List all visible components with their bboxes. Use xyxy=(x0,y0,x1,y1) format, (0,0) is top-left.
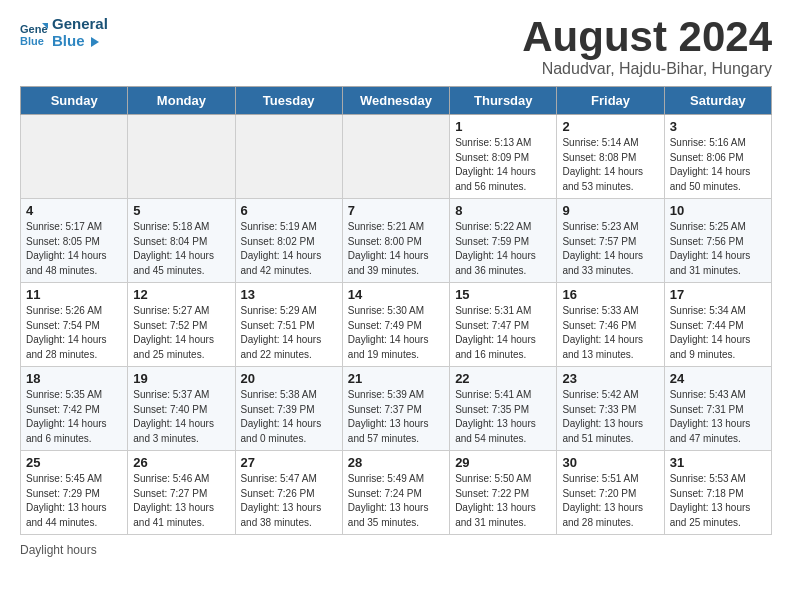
day-info: Sunrise: 5:42 AM Sunset: 7:33 PM Dayligh… xyxy=(562,388,658,446)
table-row: 10Sunrise: 5:25 AM Sunset: 7:56 PM Dayli… xyxy=(664,199,771,283)
day-info: Sunrise: 5:41 AM Sunset: 7:35 PM Dayligh… xyxy=(455,388,551,446)
day-number: 26 xyxy=(133,455,229,470)
table-row: 30Sunrise: 5:51 AM Sunset: 7:20 PM Dayli… xyxy=(557,451,664,535)
day-info: Sunrise: 5:43 AM Sunset: 7:31 PM Dayligh… xyxy=(670,388,766,446)
calendar-week-row: 4Sunrise: 5:17 AM Sunset: 8:05 PM Daylig… xyxy=(21,199,772,283)
day-info: Sunrise: 5:53 AM Sunset: 7:18 PM Dayligh… xyxy=(670,472,766,530)
day-info: Sunrise: 5:38 AM Sunset: 7:39 PM Dayligh… xyxy=(241,388,337,446)
month-title: August 2024 xyxy=(522,16,772,58)
day-number: 24 xyxy=(670,371,766,386)
day-number: 6 xyxy=(241,203,337,218)
day-number: 17 xyxy=(670,287,766,302)
calendar-week-row: 25Sunrise: 5:45 AM Sunset: 7:29 PM Dayli… xyxy=(21,451,772,535)
table-row: 27Sunrise: 5:47 AM Sunset: 7:26 PM Dayli… xyxy=(235,451,342,535)
day-number: 22 xyxy=(455,371,551,386)
day-number: 28 xyxy=(348,455,444,470)
day-info: Sunrise: 5:45 AM Sunset: 7:29 PM Dayligh… xyxy=(26,472,122,530)
table-row: 26Sunrise: 5:46 AM Sunset: 7:27 PM Dayli… xyxy=(128,451,235,535)
table-row xyxy=(235,115,342,199)
day-number: 3 xyxy=(670,119,766,134)
day-info: Sunrise: 5:50 AM Sunset: 7:22 PM Dayligh… xyxy=(455,472,551,530)
day-info: Sunrise: 5:37 AM Sunset: 7:40 PM Dayligh… xyxy=(133,388,229,446)
table-row: 22Sunrise: 5:41 AM Sunset: 7:35 PM Dayli… xyxy=(450,367,557,451)
day-info: Sunrise: 5:26 AM Sunset: 7:54 PM Dayligh… xyxy=(26,304,122,362)
table-row: 24Sunrise: 5:43 AM Sunset: 7:31 PM Dayli… xyxy=(664,367,771,451)
col-monday: Monday xyxy=(128,87,235,115)
day-info: Sunrise: 5:39 AM Sunset: 7:37 PM Dayligh… xyxy=(348,388,444,446)
table-row: 13Sunrise: 5:29 AM Sunset: 7:51 PM Dayli… xyxy=(235,283,342,367)
table-row: 31Sunrise: 5:53 AM Sunset: 7:18 PM Dayli… xyxy=(664,451,771,535)
table-row xyxy=(128,115,235,199)
logo-icon: General Blue xyxy=(20,19,48,47)
table-row: 18Sunrise: 5:35 AM Sunset: 7:42 PM Dayli… xyxy=(21,367,128,451)
day-info: Sunrise: 5:19 AM Sunset: 8:02 PM Dayligh… xyxy=(241,220,337,278)
table-row: 8Sunrise: 5:22 AM Sunset: 7:59 PM Daylig… xyxy=(450,199,557,283)
table-row: 3Sunrise: 5:16 AM Sunset: 8:06 PM Daylig… xyxy=(664,115,771,199)
calendar-week-row: 1Sunrise: 5:13 AM Sunset: 8:09 PM Daylig… xyxy=(21,115,772,199)
day-info: Sunrise: 5:14 AM Sunset: 8:08 PM Dayligh… xyxy=(562,136,658,194)
day-info: Sunrise: 5:47 AM Sunset: 7:26 PM Dayligh… xyxy=(241,472,337,530)
table-row: 16Sunrise: 5:33 AM Sunset: 7:46 PM Dayli… xyxy=(557,283,664,367)
table-row: 5Sunrise: 5:18 AM Sunset: 8:04 PM Daylig… xyxy=(128,199,235,283)
day-number: 5 xyxy=(133,203,229,218)
page: General Blue General Blue August 2024 Na… xyxy=(0,0,792,577)
day-info: Sunrise: 5:17 AM Sunset: 8:05 PM Dayligh… xyxy=(26,220,122,278)
table-row: 15Sunrise: 5:31 AM Sunset: 7:47 PM Dayli… xyxy=(450,283,557,367)
table-row: 1Sunrise: 5:13 AM Sunset: 8:09 PM Daylig… xyxy=(450,115,557,199)
day-number: 2 xyxy=(562,119,658,134)
day-info: Sunrise: 5:29 AM Sunset: 7:51 PM Dayligh… xyxy=(241,304,337,362)
table-row: 11Sunrise: 5:26 AM Sunset: 7:54 PM Dayli… xyxy=(21,283,128,367)
table-row xyxy=(21,115,128,199)
day-number: 10 xyxy=(670,203,766,218)
day-info: Sunrise: 5:18 AM Sunset: 8:04 PM Dayligh… xyxy=(133,220,229,278)
col-friday: Friday xyxy=(557,87,664,115)
day-info: Sunrise: 5:33 AM Sunset: 7:46 PM Dayligh… xyxy=(562,304,658,362)
header: General Blue General Blue August 2024 Na… xyxy=(20,16,772,78)
table-row: 20Sunrise: 5:38 AM Sunset: 7:39 PM Dayli… xyxy=(235,367,342,451)
day-number: 16 xyxy=(562,287,658,302)
table-row: 12Sunrise: 5:27 AM Sunset: 7:52 PM Dayli… xyxy=(128,283,235,367)
day-number: 14 xyxy=(348,287,444,302)
day-info: Sunrise: 5:23 AM Sunset: 7:57 PM Dayligh… xyxy=(562,220,658,278)
day-number: 12 xyxy=(133,287,229,302)
day-number: 25 xyxy=(26,455,122,470)
day-info: Sunrise: 5:51 AM Sunset: 7:20 PM Dayligh… xyxy=(562,472,658,530)
day-info: Sunrise: 5:35 AM Sunset: 7:42 PM Dayligh… xyxy=(26,388,122,446)
day-info: Sunrise: 5:21 AM Sunset: 8:00 PM Dayligh… xyxy=(348,220,444,278)
table-row: 4Sunrise: 5:17 AM Sunset: 8:05 PM Daylig… xyxy=(21,199,128,283)
svg-text:Blue: Blue xyxy=(20,35,44,47)
table-row: 17Sunrise: 5:34 AM Sunset: 7:44 PM Dayli… xyxy=(664,283,771,367)
day-number: 20 xyxy=(241,371,337,386)
table-row: 7Sunrise: 5:21 AM Sunset: 8:00 PM Daylig… xyxy=(342,199,449,283)
day-number: 15 xyxy=(455,287,551,302)
day-info: Sunrise: 5:25 AM Sunset: 7:56 PM Dayligh… xyxy=(670,220,766,278)
col-saturday: Saturday xyxy=(664,87,771,115)
day-number: 27 xyxy=(241,455,337,470)
table-row: 9Sunrise: 5:23 AM Sunset: 7:57 PM Daylig… xyxy=(557,199,664,283)
day-info: Sunrise: 5:30 AM Sunset: 7:49 PM Dayligh… xyxy=(348,304,444,362)
footer-note: Daylight hours xyxy=(20,543,772,557)
table-row: 25Sunrise: 5:45 AM Sunset: 7:29 PM Dayli… xyxy=(21,451,128,535)
day-info: Sunrise: 5:16 AM Sunset: 8:06 PM Dayligh… xyxy=(670,136,766,194)
col-thursday: Thursday xyxy=(450,87,557,115)
day-number: 7 xyxy=(348,203,444,218)
logo-text: General Blue xyxy=(52,16,108,49)
calendar-table: Sunday Monday Tuesday Wednesday Thursday… xyxy=(20,86,772,535)
day-number: 31 xyxy=(670,455,766,470)
title-block: August 2024 Nadudvar, Hajdu-Bihar, Hunga… xyxy=(522,16,772,78)
table-row: 28Sunrise: 5:49 AM Sunset: 7:24 PM Dayli… xyxy=(342,451,449,535)
day-number: 19 xyxy=(133,371,229,386)
col-tuesday: Tuesday xyxy=(235,87,342,115)
logo: General Blue General Blue xyxy=(20,16,108,49)
table-row: 21Sunrise: 5:39 AM Sunset: 7:37 PM Dayli… xyxy=(342,367,449,451)
table-row: 19Sunrise: 5:37 AM Sunset: 7:40 PM Dayli… xyxy=(128,367,235,451)
day-info: Sunrise: 5:31 AM Sunset: 7:47 PM Dayligh… xyxy=(455,304,551,362)
calendar-header-row: Sunday Monday Tuesday Wednesday Thursday… xyxy=(21,87,772,115)
col-wednesday: Wednesday xyxy=(342,87,449,115)
day-number: 18 xyxy=(26,371,122,386)
table-row xyxy=(342,115,449,199)
calendar-week-row: 18Sunrise: 5:35 AM Sunset: 7:42 PM Dayli… xyxy=(21,367,772,451)
day-number: 1 xyxy=(455,119,551,134)
day-info: Sunrise: 5:34 AM Sunset: 7:44 PM Dayligh… xyxy=(670,304,766,362)
day-number: 23 xyxy=(562,371,658,386)
